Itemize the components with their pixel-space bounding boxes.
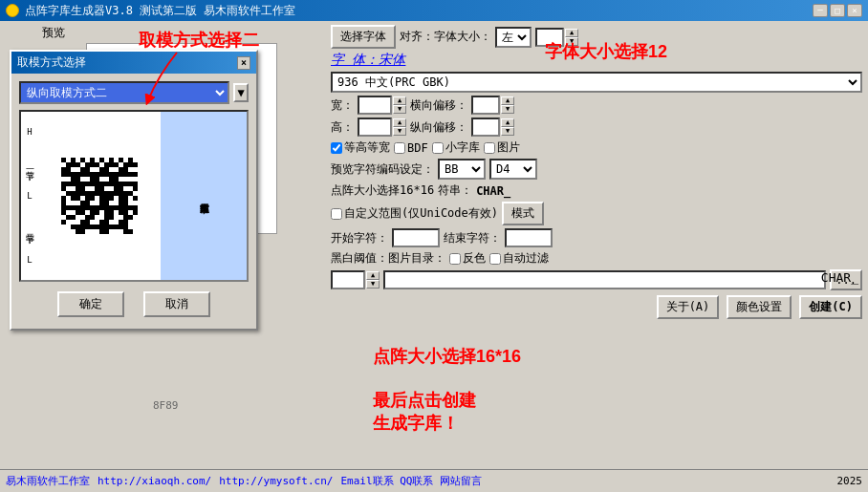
- font-size-up-button[interactable]: ▲: [565, 29, 578, 37]
- reverse-label: 反色: [463, 250, 486, 267]
- modal-select-dropdown-button[interactable]: ▼: [233, 83, 249, 102]
- modal-mode-select[interactable]: 纵向取模方式二 纵向取模方式一 横向取模方式一 横向取模方式二: [19, 81, 229, 104]
- v-offset-spinner: 0 ▲ ▼: [471, 118, 514, 137]
- svg-rect-21: [109, 177, 119, 182]
- bdf-label: BDF: [407, 141, 428, 155]
- bdf-checkbox[interactable]: [394, 142, 405, 154]
- create-button[interactable]: 创建(C): [799, 295, 862, 319]
- status-website2[interactable]: http://ymysoft.cn/: [219, 475, 333, 487]
- bdf-checkbox-label[interactable]: BDF: [394, 141, 428, 155]
- image-checkbox-label[interactable]: 图片: [484, 139, 520, 156]
- start-char-input[interactable]: 4E00: [392, 228, 440, 247]
- equal-hw-checkbox-label[interactable]: 等高等宽: [331, 139, 390, 156]
- char-string-row: 点阵大小选择16*16 符串： CHAR_: [331, 182, 862, 199]
- height-spinner: 16 ▲ ▼: [358, 118, 406, 137]
- width-up-button[interactable]: ▲: [393, 96, 406, 105]
- width-input[interactable]: 16: [358, 96, 392, 115]
- equal-hw-label: 等高等宽: [344, 139, 390, 156]
- window-controls: ─ □ ×: [813, 4, 862, 17]
- modal-cancel-button[interactable]: 取消: [143, 291, 210, 317]
- auto-filter-label: 自动过滤: [503, 250, 549, 267]
- modal-bitmap-area: [38, 112, 161, 280]
- modal-title-bar: 取模方式选择 ×: [11, 52, 256, 74]
- v-offset-up-button[interactable]: ▲: [501, 118, 514, 127]
- label-L2: L: [27, 255, 32, 265]
- h-offset-spinner: 0 ▲ ▼: [471, 96, 514, 115]
- threshold-input[interactable]: 128: [331, 270, 365, 289]
- status-year: 2025: [837, 475, 863, 487]
- maximize-button[interactable]: □: [830, 4, 845, 17]
- threshold-spinner: 128 ▲ ▼: [331, 270, 380, 289]
- path-row: 128 ▲ ▼ E:\ALIENTEK 光盘资料! ...: [331, 269, 862, 290]
- threshold-row: 黑白阈值：图片目录： 反色 自动过滤: [331, 250, 862, 267]
- preview-encoding-label: 预览字符编码设定：: [331, 161, 434, 178]
- threshold-label: 黑白阈值：图片目录：: [331, 250, 445, 267]
- font-row: 选择字体 对齐：字体大小： 左 中 右 12 ▲ ▼: [331, 25, 862, 49]
- encoding-select[interactable]: 936 中文(PRC GBK): [331, 72, 862, 93]
- height-input[interactable]: 16: [358, 118, 392, 137]
- font-size-spinner-buttons: ▲ ▼: [565, 29, 578, 46]
- modal-title-text: 取模方式选择: [17, 54, 86, 71]
- select-font-button[interactable]: 选择字体: [331, 25, 396, 49]
- threshold-down-button[interactable]: ▼: [366, 280, 380, 289]
- height-down-button[interactable]: ▼: [393, 127, 406, 136]
- modal-preview-area: H 字节一 L 字节二 L: [19, 110, 249, 282]
- v-offset-input[interactable]: 0: [471, 118, 500, 137]
- char-string-prefix: 点阵大小选择16*16: [331, 182, 434, 199]
- preview-val1-select[interactable]: BB: [438, 159, 486, 180]
- h-offset-input[interactable]: 0: [471, 96, 500, 115]
- preview-val2-select[interactable]: D4: [489, 159, 537, 180]
- height-up-button[interactable]: ▲: [393, 118, 406, 127]
- end-char-input[interactable]: 9FFF: [505, 228, 553, 247]
- height-row: 高： 16 ▲ ▼ 纵向偏移： 0 ▲ ▼: [331, 118, 862, 137]
- minimize-button[interactable]: ─: [813, 4, 828, 17]
- custom-range-checkbox-label[interactable]: 自定义范围(仅UniCode有效): [331, 205, 498, 222]
- font-size-spinner: 12 ▲ ▼: [535, 28, 578, 47]
- about-button[interactable]: 关于(A): [657, 295, 720, 319]
- auto-filter-checkbox-label[interactable]: 自动过滤: [489, 250, 549, 267]
- small-lib-checkbox[interactable]: [432, 142, 444, 154]
- equal-hw-checkbox[interactable]: [331, 142, 342, 154]
- h-offset-down-button[interactable]: ▼: [501, 105, 514, 114]
- path-input[interactable]: E:\ALIENTEK 光盘资料!: [383, 270, 826, 289]
- font-size-input[interactable]: 12: [535, 28, 564, 47]
- height-label: 高：: [331, 119, 354, 136]
- v-offset-down-button[interactable]: ▼: [501, 127, 514, 136]
- modal-close-button[interactable]: ×: [237, 56, 250, 70]
- threshold-up-button[interactable]: ▲: [366, 271, 380, 280]
- title-bar: 点阵字库生成器V3.8 测试第二版 易木雨软件工作室 ─ □ ×: [0, 0, 868, 21]
- h-offset-label: 横向偏移：: [410, 97, 467, 114]
- custom-range-checkbox[interactable]: [331, 208, 342, 220]
- svg-rect-49: [61, 220, 66, 225]
- auto-filter-checkbox[interactable]: [489, 253, 501, 265]
- small-lib-checkbox-label[interactable]: 小字库: [432, 139, 480, 156]
- title-bar-text: 点阵字库生成器V3.8 测试第二版 易木雨软件工作室: [25, 3, 295, 19]
- align-select[interactable]: 左 中 右: [495, 27, 532, 48]
- bottom-buttons-row: 关于(A) 颜色设置 创建(C): [331, 295, 862, 319]
- image-checkbox[interactable]: [484, 142, 495, 154]
- small-lib-label: 小字库: [445, 139, 480, 156]
- mode-button[interactable]: 模式: [502, 202, 544, 225]
- font-size-down-button[interactable]: ▼: [565, 37, 578, 46]
- h-offset-up-button[interactable]: ▲: [501, 96, 514, 105]
- end-char-label: 结束字符：: [444, 230, 501, 246]
- modal-buttons: 确定 取消: [19, 288, 249, 321]
- start-char-label: 开始字符：: [331, 230, 388, 246]
- reverse-checkbox[interactable]: [449, 253, 461, 265]
- preview-label: 预览: [42, 25, 65, 41]
- color-button[interactable]: 颜色设置: [727, 295, 792, 319]
- width-down-button[interactable]: ▼: [393, 105, 406, 114]
- width-spinner: 16 ▲ ▼: [358, 96, 406, 115]
- status-website1[interactable]: http://xiaoqh.com/: [98, 475, 211, 487]
- close-button[interactable]: ×: [847, 4, 862, 17]
- bitmap-svg: [61, 158, 138, 234]
- v-offset-label: 纵向偏移：: [410, 119, 467, 136]
- status-bar: 易木雨软件工作室 http://xiaoqh.com/ http://ymyso…: [0, 469, 868, 492]
- browse-button[interactable]: ...: [830, 269, 862, 290]
- reverse-checkbox-label[interactable]: 反色: [449, 250, 486, 267]
- modal-confirm-button[interactable]: 确定: [57, 291, 124, 317]
- align-size-label: 对齐：字体大小：: [400, 29, 491, 45]
- char-range-row: 开始字符： 4E00 结束字符： 9FFF: [331, 228, 862, 247]
- modal-body: 纵向取模方式二 纵向取模方式一 横向取模方式一 横向取模方式二 ▼ H 字节一 …: [11, 74, 256, 329]
- label-L1: L: [27, 191, 32, 201]
